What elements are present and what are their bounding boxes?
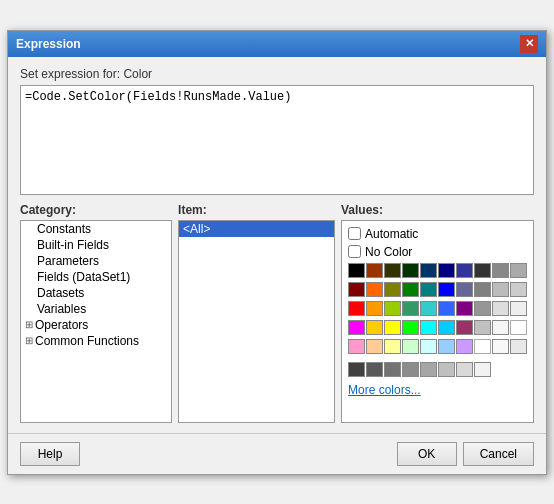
- category-builtin-fields[interactable]: Built-in Fields: [21, 237, 171, 253]
- color-swatch[interactable]: [456, 263, 473, 278]
- automatic-label: Automatic: [365, 227, 418, 241]
- color-swatch[interactable]: [510, 263, 527, 278]
- category-label: Category:: [20, 203, 172, 217]
- category-operators[interactable]: ⊞ Operators: [21, 317, 171, 333]
- color-swatch[interactable]: [474, 282, 491, 297]
- color-swatch[interactable]: [348, 282, 365, 297]
- color-swatch[interactable]: [366, 282, 383, 297]
- color-swatch[interactable]: [456, 301, 473, 316]
- expression-input[interactable]: =Code.SetColor(Fields!RunsMade.Value): [21, 86, 533, 194]
- color-swatch[interactable]: [492, 320, 509, 335]
- title-bar: Expression ✕: [8, 31, 546, 57]
- gray-swatch[interactable]: [384, 362, 401, 377]
- color-swatch[interactable]: [510, 282, 527, 297]
- color-swatch[interactable]: [438, 301, 455, 316]
- color-swatch[interactable]: [438, 339, 455, 354]
- color-swatch[interactable]: [402, 282, 419, 297]
- color-swatch[interactable]: [456, 282, 473, 297]
- category-common-functions[interactable]: ⊞ Common Functions: [21, 333, 171, 349]
- cancel-button[interactable]: Cancel: [463, 442, 534, 466]
- color-swatch[interactable]: [402, 320, 419, 335]
- gray-swatch[interactable]: [366, 362, 383, 377]
- expand-common-icon: ⊞: [25, 335, 33, 346]
- gray-swatch[interactable]: [438, 362, 455, 377]
- color-swatch[interactable]: [492, 263, 509, 278]
- color-swatch[interactable]: [420, 282, 437, 297]
- no-color-checkbox-row: No Color: [348, 245, 527, 259]
- item-list: <All>: [178, 220, 335, 423]
- color-swatch[interactable]: [384, 320, 401, 335]
- color-swatch[interactable]: [366, 263, 383, 278]
- category-list: Constants Built-in Fields Parameters Fie…: [20, 220, 172, 423]
- color-grid-2: [348, 282, 527, 297]
- color-swatch[interactable]: [384, 339, 401, 354]
- color-swatch[interactable]: [474, 301, 491, 316]
- color-swatch[interactable]: [420, 320, 437, 335]
- color-swatch[interactable]: [510, 339, 527, 354]
- color-swatch[interactable]: [366, 301, 383, 316]
- gray-row: [348, 362, 527, 377]
- color-swatch[interactable]: [384, 301, 401, 316]
- color-swatch[interactable]: [438, 263, 455, 278]
- automatic-checkbox-row: Automatic: [348, 227, 527, 241]
- category-variables[interactable]: Variables: [21, 301, 171, 317]
- color-swatch[interactable]: [348, 339, 365, 354]
- color-swatch[interactable]: [510, 301, 527, 316]
- color-swatch[interactable]: [384, 282, 401, 297]
- color-swatch[interactable]: [366, 320, 383, 335]
- color-swatch[interactable]: [402, 263, 419, 278]
- gray-swatch[interactable]: [402, 362, 419, 377]
- color-swatch[interactable]: [420, 263, 437, 278]
- footer-right: OK Cancel: [397, 442, 534, 466]
- color-swatch[interactable]: [366, 339, 383, 354]
- dialog-title: Expression: [16, 37, 81, 51]
- color-swatch[interactable]: [510, 320, 527, 335]
- color-swatch[interactable]: [348, 263, 365, 278]
- color-swatch[interactable]: [420, 339, 437, 354]
- color-swatch[interactable]: [474, 320, 491, 335]
- category-panel: Category: Constants Built-in Fields Para…: [20, 203, 172, 423]
- values-list: Automatic No Color: [341, 220, 534, 423]
- category-datasets[interactable]: Datasets: [21, 285, 171, 301]
- automatic-checkbox[interactable]: [348, 227, 361, 240]
- color-grid-3: [348, 301, 527, 316]
- color-swatch[interactable]: [492, 282, 509, 297]
- category-constants[interactable]: Constants: [21, 221, 171, 237]
- item-label: Item:: [178, 203, 335, 217]
- expand-operators-icon: ⊞: [25, 319, 33, 330]
- color-swatch[interactable]: [348, 301, 365, 316]
- gray-swatch[interactable]: [456, 362, 473, 377]
- item-all[interactable]: <All>: [179, 221, 334, 237]
- color-swatch[interactable]: [492, 339, 509, 354]
- set-expression-label: Set expression for: Color: [20, 67, 534, 81]
- gray-swatch[interactable]: [348, 362, 365, 377]
- expression-dialog: Expression ✕ Set expression for: Color =…: [7, 30, 547, 475]
- category-common-label: Common Functions: [35, 334, 139, 348]
- help-button[interactable]: Help: [20, 442, 80, 466]
- panels-row: Category: Constants Built-in Fields Para…: [20, 203, 534, 423]
- gray-swatch[interactable]: [474, 362, 491, 377]
- color-swatch[interactable]: [474, 339, 491, 354]
- color-swatch[interactable]: [492, 301, 509, 316]
- color-swatch[interactable]: [456, 339, 473, 354]
- more-colors-link[interactable]: More colors...: [348, 383, 421, 397]
- color-swatch[interactable]: [456, 320, 473, 335]
- color-swatch[interactable]: [402, 301, 419, 316]
- no-color-checkbox[interactable]: [348, 245, 361, 258]
- color-swatch[interactable]: [384, 263, 401, 278]
- gray-swatch[interactable]: [420, 362, 437, 377]
- category-operators-label: Operators: [35, 318, 88, 332]
- values-label: Values:: [341, 203, 534, 217]
- category-fields-dataset1[interactable]: Fields (DataSet1): [21, 269, 171, 285]
- color-swatch[interactable]: [402, 339, 419, 354]
- ok-button[interactable]: OK: [397, 442, 457, 466]
- color-grid-5: [348, 339, 527, 354]
- color-swatch[interactable]: [474, 263, 491, 278]
- color-swatch[interactable]: [348, 320, 365, 335]
- no-color-label: No Color: [365, 245, 412, 259]
- color-swatch[interactable]: [438, 320, 455, 335]
- color-swatch[interactable]: [420, 301, 437, 316]
- category-parameters[interactable]: Parameters: [21, 253, 171, 269]
- color-swatch[interactable]: [438, 282, 455, 297]
- close-button[interactable]: ✕: [520, 35, 538, 53]
